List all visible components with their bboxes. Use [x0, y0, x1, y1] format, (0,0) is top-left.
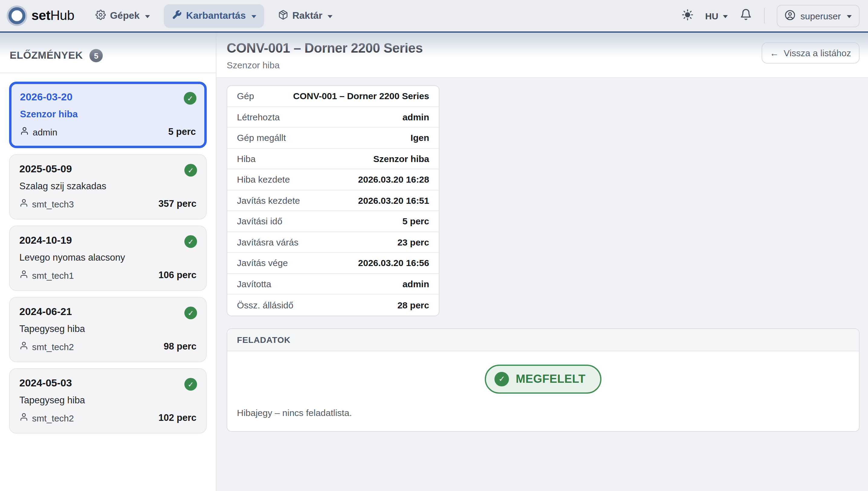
technician-name: admin [33, 127, 57, 137]
tasks-section-title: FELADATOK [227, 329, 859, 351]
person-icon [19, 341, 28, 352]
person-icon [19, 270, 28, 281]
brand-name-bold: set [31, 8, 50, 23]
chevron-down-icon [145, 15, 150, 18]
detail-row-repair-start: Javítás kezdete 2026.03.20 16:51 [227, 190, 439, 211]
content-area: ELŐZMÉNYEK 5 2026-03-20 Szenzor hiba adm… [0, 33, 868, 491]
history-list: 2026-03-20 Szenzor hiba admin 5 perc ✓ 2… [0, 73, 216, 442]
nav-item-raktar[interactable]: Raktár [270, 4, 340, 28]
technician-name: smt_tech1 [32, 270, 74, 280]
page-subtitle: Szenzor hiba [227, 60, 423, 70]
theme-toggle-button[interactable] [682, 9, 693, 23]
history-fault: Szenzor hiba [20, 109, 196, 120]
check-circle-icon: ✓ [184, 164, 197, 177]
user-menu-button[interactable]: superuser [777, 4, 860, 27]
technician-name: smt_tech2 [32, 341, 74, 352]
detail-label: Javítási idő [237, 216, 282, 227]
detail-label: Gép megállt [237, 133, 286, 143]
nav-item-label: Karbantartás [186, 10, 246, 21]
history-date: 2024-06-21 [19, 306, 197, 318]
chevron-down-icon [723, 15, 728, 18]
package-icon [278, 9, 288, 22]
detail-value: 2026.03.20 16:51 [358, 195, 429, 206]
arrow-left-icon: ← [770, 48, 779, 58]
person-icon [19, 412, 28, 423]
history-fault: Szalag szij szakadas [19, 181, 197, 192]
person-icon [20, 126, 29, 137]
logo-circle-icon [8, 7, 25, 24]
status-badge-label: MEGFELELT [516, 372, 586, 385]
detail-value: Szenzor hiba [373, 153, 429, 164]
brand-logo[interactable]: setHub [8, 7, 74, 24]
detail-row-wait-time: Javításra várás 23 perc [227, 232, 439, 253]
wrench-icon [172, 9, 182, 22]
detail-row-repair-end: Javítás vége 2026.03.20 16:56 [227, 253, 439, 273]
history-card[interactable]: 2024-05-03 Tapegyseg hiba smt_tech2 102 … [9, 368, 207, 434]
nav-item-karbantartas[interactable]: Karbantartás [164, 4, 264, 28]
bell-icon [740, 8, 752, 23]
check-circle-icon: ✓ [184, 235, 197, 248]
technician: admin [20, 126, 57, 137]
language-code: HU [705, 10, 718, 21]
navbar-right: HU superuser [682, 4, 860, 27]
technician: smt_tech3 [19, 198, 74, 209]
detail-label: Össz. állásidő [237, 300, 294, 310]
brand-name-regular: Hub [50, 8, 74, 23]
repair-duration: 98 perc [163, 341, 197, 352]
technician: smt_tech2 [19, 412, 74, 423]
technician-name: smt_tech2 [32, 413, 74, 423]
sun-icon [682, 9, 693, 23]
page-title: CONV-001 – Dorner 2200 Series [227, 40, 423, 56]
notifications-button[interactable] [740, 8, 752, 23]
detail-label: Javítás kezdete [237, 195, 300, 206]
detail-label: Létrehozta [237, 112, 280, 122]
history-card[interactable]: 2025-05-09 Szalag szij szakadas smt_tech… [9, 154, 207, 220]
technician-name: smt_tech3 [32, 199, 74, 209]
main-nav: Gépek Karbantartás Raktár [88, 4, 340, 28]
history-card[interactable]: 2024-06-21 Tapegyseg hiba smt_tech2 98 p… [9, 297, 207, 362]
sidebar-header: ELŐZMÉNYEK 5 [0, 33, 216, 73]
nav-item-gepek[interactable]: Gépek [88, 4, 158, 28]
history-fault: Tapegyseg hiba [19, 323, 197, 335]
tasks-empty-note: Hibajegy – nincs feladatlista. [237, 407, 849, 417]
check-circle-icon: ✓ [184, 92, 197, 105]
person-icon [19, 198, 28, 209]
top-navbar: setHub Gépek Karbantartás [0, 0, 868, 33]
gear-icon [95, 9, 106, 22]
detail-value: admin [402, 279, 429, 289]
repair-duration: 106 perc [158, 270, 197, 281]
detail-label: Javításra várás [237, 237, 298, 247]
history-count-badge: 5 [89, 49, 103, 62]
detail-row-fault-start: Hiba kezdete 2026.03.20 16:28 [227, 169, 439, 190]
user-name: superuser [801, 10, 841, 21]
detail-label: Hiba kezdete [237, 174, 290, 185]
history-card[interactable]: 2024-10-19 Levego nyomas alacsony smt_te… [9, 226, 207, 291]
history-sidebar: ELŐZMÉNYEK 5 2026-03-20 Szenzor hiba adm… [0, 33, 216, 491]
main-panel: CONV-001 – Dorner 2200 Series Szenzor hi… [216, 33, 868, 491]
history-card-selected[interactable]: 2026-03-20 Szenzor hiba admin 5 perc ✓ [9, 82, 207, 148]
detail-value: 5 perc [402, 216, 429, 227]
status-badge: ✓ MEGFELELT [485, 364, 601, 393]
user-circle-icon [785, 9, 796, 22]
history-meta: smt_tech2 102 perc [19, 412, 197, 423]
repair-duration: 102 perc [158, 412, 197, 423]
detail-label: Hiba [237, 153, 256, 164]
detail-value: Igen [411, 133, 429, 143]
detail-value: 2026.03.20 16:28 [358, 174, 429, 185]
detail-value: 23 perc [397, 237, 429, 247]
check-circle-icon: ✓ [184, 378, 197, 391]
detail-value: CONV-001 – Dorner 2200 Series [293, 91, 429, 101]
detail-value: 2026.03.20 16:56 [358, 258, 429, 268]
history-date: 2024-10-19 [19, 235, 197, 247]
back-to-list-button[interactable]: ← Vissza a listához [761, 42, 860, 63]
back-button-label: Vissza a listához [784, 48, 851, 58]
language-selector[interactable]: HU [705, 10, 728, 21]
tasks-section-body: ✓ MEGFELELT Hibajegy – nincs feladatlist… [227, 351, 859, 431]
detail-row-repair-time: Javítási idő 5 perc [227, 211, 439, 232]
detail-row-created-by: Létrehozta admin [227, 107, 439, 127]
detail-label: Javítás vége [237, 258, 288, 268]
detail-row-machine: Gép CONV-001 – Dorner 2200 Series [227, 86, 439, 107]
sidebar-title: ELŐZMÉNYEK [10, 50, 83, 62]
tasks-section: FELADATOK ✓ MEGFELELT Hibajegy – nincs f… [227, 328, 860, 431]
repair-duration: 5 perc [168, 126, 196, 137]
